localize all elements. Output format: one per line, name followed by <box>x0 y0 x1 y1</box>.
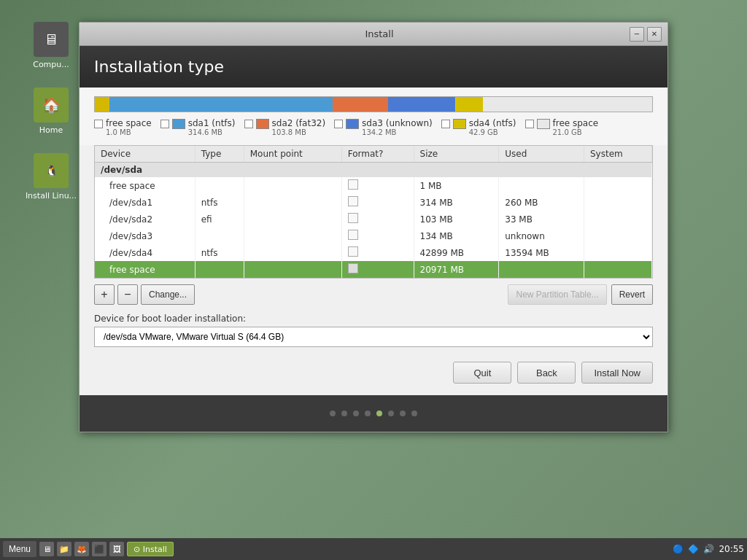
bootloader-select[interactable]: /dev/sda VMware, VMware Virtual S (64.4 … <box>94 327 653 347</box>
cell-format <box>341 228 414 244</box>
cell-size: 314 MB <box>414 194 499 211</box>
minimize-button[interactable]: − <box>630 27 644 42</box>
add-partition-button[interactable]: + <box>94 284 115 305</box>
legend-check-freespace2[interactable] <box>525 120 534 128</box>
desktop-icon-computer[interactable]: 🖥 Compu... <box>22 22 80 69</box>
revert-button[interactable]: Revert <box>611 284 653 305</box>
cell-format-selected <box>341 261 414 278</box>
table-row[interactable]: /dev/sda2 efi 103 MB 33 MB <box>95 211 652 228</box>
partition-seg-freespace2 <box>483 97 652 112</box>
quit-button[interactable]: Quit <box>453 362 511 384</box>
menu-button[interactable]: Menu <box>3 541 36 557</box>
dot-2 <box>341 411 347 416</box>
cell-used: unknown <box>499 228 584 244</box>
cell-format <box>341 211 414 228</box>
legend-check-sda4[interactable] <box>441 120 450 128</box>
cell-format <box>341 194 414 211</box>
taskbar-right: 🔵 🔷 🔊 20:55 <box>673 544 744 554</box>
partition-bar-section: free space 1.0 MB sda1 (ntfs) 314.6 MB s… <box>80 88 667 145</box>
legend-color-sda4 <box>453 119 466 129</box>
cell-type-selected <box>195 261 244 278</box>
partition-seg-sda4 <box>455 97 483 112</box>
col-device: Device <box>95 146 195 163</box>
cell-format <box>341 177 414 194</box>
legend-check-sda1[interactable] <box>160 120 169 128</box>
cell-used-selected <box>499 261 584 278</box>
taskbar-bluetooth-icon: 🔷 <box>688 544 699 554</box>
cell-system <box>584 228 652 244</box>
partition-bar <box>94 96 653 112</box>
cell-device-selected: free space <box>95 261 195 278</box>
format-checkbox[interactable] <box>348 179 358 190</box>
window-titlebar: Install − ✕ <box>80 23 667 46</box>
window-controls: − ✕ <box>630 27 662 42</box>
cell-device: /dev/sda3 <box>95 228 195 244</box>
new-partition-table-button[interactable]: New Partition Table... <box>508 284 606 305</box>
window-title: Install <box>129 28 630 39</box>
toolbar-right: New Partition Table... Revert <box>508 284 653 305</box>
partition-table-container: Device Type Mount point Format? Size Use… <box>94 145 653 279</box>
dot-1 <box>330 411 336 416</box>
remove-partition-button[interactable]: − <box>117 284 138 305</box>
legend-check-sda3[interactable] <box>334 120 343 128</box>
cell-system <box>584 244 652 261</box>
cell-size: 1 MB <box>414 177 499 194</box>
partition-table: Device Type Mount point Format? Size Use… <box>95 146 652 278</box>
legend-check-sda2[interactable] <box>244 120 253 128</box>
cell-device: /dev/sda2 <box>95 211 195 228</box>
install-window: Install − ✕ Installation type free space… <box>79 22 668 432</box>
bootloader-section: Device for boot loader installation: /de… <box>80 311 667 356</box>
taskbar-active-item[interactable]: ⊙ Install <box>127 542 174 556</box>
cell-mount <box>244 211 341 228</box>
legend-check-freespace1[interactable] <box>94 120 103 128</box>
bootloader-label: Device for boot loader installation: <box>94 314 653 324</box>
taskbar: Menu 🖥 📁 🦊 ⬛ 🖼 ⊙ Install 🔵 🔷 🔊 20:55 <box>0 538 747 560</box>
cell-format <box>341 244 414 261</box>
table-row[interactable]: /dev/sda3 134 MB unknown <box>95 228 652 244</box>
cell-system <box>584 177 652 194</box>
dot-8 <box>411 411 417 416</box>
format-checkbox[interactable] <box>348 196 358 206</box>
taskbar-icon-terminal[interactable]: ⬛ <box>92 542 107 556</box>
legend-color-sda1 <box>172 119 185 129</box>
col-used: Used <box>499 146 584 163</box>
table-row-selected[interactable]: free space 20971 MB <box>95 261 652 278</box>
dot-6 <box>388 411 394 416</box>
cell-mount <box>244 244 341 261</box>
taskbar-icon-home[interactable]: 📁 <box>57 542 71 556</box>
dot-7 <box>400 411 406 416</box>
table-row-devsda-header[interactable]: /dev/sda <box>95 163 652 178</box>
partition-seg-sda1 <box>109 97 333 112</box>
taskbar-icon-firefox[interactable]: 🦊 <box>74 542 89 556</box>
format-checkbox[interactable] <box>348 246 358 257</box>
format-checkbox-selected[interactable] <box>348 263 358 273</box>
table-row[interactable]: /dev/sda4 ntfs 42899 MB 13594 MB <box>95 244 652 261</box>
page-title: Installation type <box>94 58 653 76</box>
cell-system-selected <box>584 261 652 278</box>
back-button[interactable]: Back <box>517 362 576 384</box>
cell-type: ntfs <box>195 244 244 261</box>
cell-type: efi <box>195 211 244 228</box>
taskbar-icon-image[interactable]: 🖼 <box>109 542 124 556</box>
change-partition-button[interactable]: Change... <box>141 284 195 305</box>
cell-type: ntfs <box>195 194 244 211</box>
taskbar-icon-files[interactable]: 🖥 <box>39 542 54 556</box>
cell-system <box>584 211 652 228</box>
cell-used: 13594 MB <box>499 244 584 261</box>
taskbar-audio-icon: 🔊 <box>703 544 714 554</box>
install-now-button[interactable]: Install Now <box>581 362 653 384</box>
table-row[interactable]: free space 1 MB <box>95 177 652 194</box>
table-row[interactable]: /dev/sda1 ntfs 314 MB 260 MB <box>95 194 652 211</box>
legend-freespace2: free space 21.0 GB <box>525 118 599 136</box>
format-checkbox[interactable] <box>348 213 358 223</box>
desktop-icon-install[interactable]: 🐧 Install Linu... <box>22 153 80 201</box>
dot-3 <box>353 411 359 416</box>
col-size: Size <box>414 146 499 163</box>
legend-color-sda3 <box>346 119 359 129</box>
legend-color-freespace2 <box>537 119 550 129</box>
desktop-icon-home[interactable]: 🏠 Home <box>22 88 80 135</box>
legend-freespace1: free space 1.0 MB <box>94 118 152 136</box>
format-checkbox[interactable] <box>348 230 358 240</box>
partition-seg-freespace1 <box>95 97 109 112</box>
close-button[interactable]: ✕ <box>647 27 662 42</box>
